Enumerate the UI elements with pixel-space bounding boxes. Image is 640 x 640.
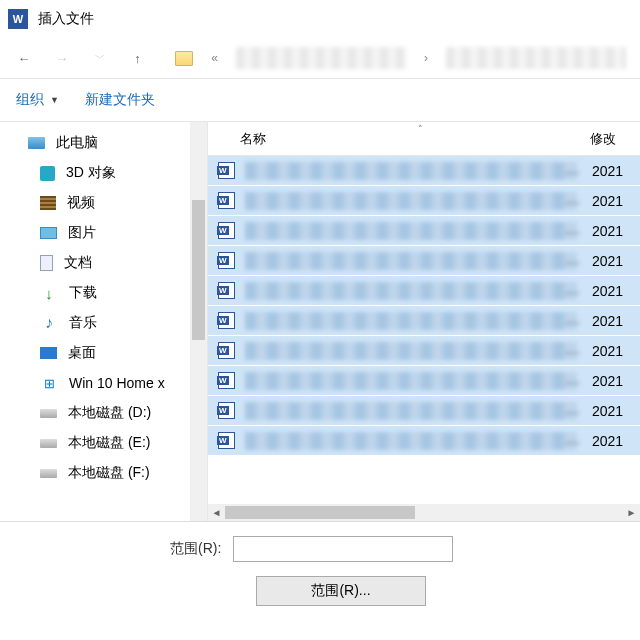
file-name-blurred <box>245 432 576 450</box>
file-row[interactable]: 2021 <box>208 426 640 456</box>
file-year: 2021 <box>592 193 640 209</box>
sidebar-item[interactable]: 视频 <box>0 188 207 218</box>
file-row[interactable]: 2021 <box>208 336 640 366</box>
scroll-right-icon[interactable]: ► <box>623 504 640 521</box>
i-drv-icon <box>40 439 57 448</box>
file-name-blurred <box>245 252 576 270</box>
sort-indicator-icon: ˄ <box>418 124 423 134</box>
file-row[interactable]: 2021 <box>208 156 640 186</box>
file-row[interactable]: 2021 <box>208 216 640 246</box>
sidebar: 此电脑 3D 对象视频图片文档下载音乐桌面Win 10 Home x本地磁盘 (… <box>0 122 208 521</box>
sidebar-item-label: 图片 <box>68 224 96 242</box>
file-year: 2021 <box>592 223 640 239</box>
i-3d-icon <box>40 166 55 181</box>
back-button[interactable]: ← <box>14 48 34 68</box>
sidebar-item-label: 下载 <box>69 284 97 302</box>
sidebar-item[interactable]: 3D 对象 <box>0 158 207 188</box>
file-row[interactable]: 2021 <box>208 366 640 396</box>
organize-label: 组织 <box>16 91 44 109</box>
word-doc-icon <box>218 402 235 419</box>
range-button[interactable]: 范围(R)... <box>256 576 426 606</box>
sidebar-item-label: 音乐 <box>69 314 97 332</box>
word-doc-icon <box>218 372 235 389</box>
word-doc-icon <box>218 192 235 209</box>
word-doc-icon <box>218 162 235 179</box>
word-doc-icon <box>218 342 235 359</box>
sidebar-item-label: 本地磁盘 (D:) <box>68 404 151 422</box>
file-name-blurred <box>245 372 576 390</box>
range-label: 范围(R): <box>170 540 221 558</box>
word-doc-icon <box>218 222 235 239</box>
i-desk-icon <box>40 347 57 359</box>
file-name-blurred <box>245 312 576 330</box>
new-folder-button[interactable]: 新建文件夹 <box>85 91 155 109</box>
sidebar-item[interactable]: 文档 <box>0 248 207 278</box>
sidebar-item-label: 此电脑 <box>56 134 98 152</box>
file-row[interactable]: 2021 <box>208 276 640 306</box>
pc-icon <box>28 137 45 149</box>
file-row[interactable]: 2021 <box>208 306 640 336</box>
sidebar-item[interactable]: 下载 <box>0 278 207 308</box>
sidebar-item-label: 3D 对象 <box>66 164 116 182</box>
file-list-pane: ˄ 名称 修改 20212021202120212021202120212021… <box>208 122 640 521</box>
range-input[interactable] <box>233 536 453 562</box>
new-folder-label: 新建文件夹 <box>85 91 155 109</box>
range-button-label: 范围(R)... <box>311 582 370 600</box>
column-header-modified[interactable]: 修改 <box>590 130 640 148</box>
forward-button[interactable]: → <box>52 48 72 68</box>
sidebar-item-label: 本地磁盘 (F:) <box>68 464 150 482</box>
file-name-blurred <box>245 342 576 360</box>
sidebar-item[interactable]: 音乐 <box>0 308 207 338</box>
file-year: 2021 <box>592 163 640 179</box>
sidebar-item-label: 文档 <box>64 254 92 272</box>
organize-button[interactable]: 组织 ▼ <box>16 91 59 109</box>
file-year: 2021 <box>592 343 640 359</box>
word-doc-icon <box>218 312 235 329</box>
file-year: 2021 <box>592 313 640 329</box>
sidebar-scrollbar[interactable] <box>190 122 207 521</box>
chevron-down-icon: ▼ <box>50 95 59 105</box>
i-win-icon <box>40 375 58 391</box>
column-header-name[interactable]: 名称 <box>208 130 590 148</box>
horizontal-scrollbar[interactable]: ◄ ► <box>208 504 640 521</box>
file-year: 2021 <box>592 253 640 269</box>
i-mus-icon <box>40 315 58 331</box>
file-row[interactable]: 2021 <box>208 396 640 426</box>
file-name-blurred <box>245 162 576 180</box>
file-name-blurred <box>245 402 576 420</box>
breadcrumb-segment[interactable] <box>236 47 406 69</box>
folder-icon <box>175 51 193 66</box>
i-doc-icon <box>40 255 53 271</box>
sidebar-item-label: 桌面 <box>68 344 96 362</box>
sidebar-item[interactable]: 本地磁盘 (F:) <box>0 458 207 488</box>
path-chevron-icon: › <box>424 51 428 65</box>
word-app-icon <box>8 9 28 29</box>
sidebar-item[interactable]: 本地磁盘 (D:) <box>0 398 207 428</box>
file-name-blurred <box>245 222 576 240</box>
sidebar-item-label: Win 10 Home x <box>69 375 165 391</box>
file-row[interactable]: 2021 <box>208 186 640 216</box>
i-dl-icon <box>40 285 58 301</box>
up-button[interactable]: ↑ <box>128 48 148 68</box>
word-doc-icon <box>218 282 235 299</box>
i-vid-icon <box>40 196 56 210</box>
path-chevron-icon: « <box>211 51 218 65</box>
sidebar-item[interactable]: 本地磁盘 (E:) <box>0 428 207 458</box>
sidebar-item[interactable]: 图片 <box>0 218 207 248</box>
file-year: 2021 <box>592 283 640 299</box>
file-row[interactable]: 2021 <box>208 246 640 276</box>
sidebar-item-label: 本地磁盘 (E:) <box>68 434 150 452</box>
word-doc-icon <box>218 432 235 449</box>
sidebar-item[interactable]: Win 10 Home x <box>0 368 207 398</box>
breadcrumb-segment[interactable] <box>446 47 626 69</box>
file-year: 2021 <box>592 373 640 389</box>
i-pic-icon <box>40 227 57 239</box>
word-doc-icon <box>218 252 235 269</box>
sidebar-item[interactable]: 桌面 <box>0 338 207 368</box>
scroll-left-icon[interactable]: ◄ <box>208 504 225 521</box>
sidebar-item-this-pc[interactable]: 此电脑 <box>0 128 207 158</box>
file-year: 2021 <box>592 403 640 419</box>
file-name-blurred <box>245 282 576 300</box>
recent-dropdown[interactable]: ﹀ <box>90 48 110 68</box>
i-drv-icon <box>40 469 57 478</box>
